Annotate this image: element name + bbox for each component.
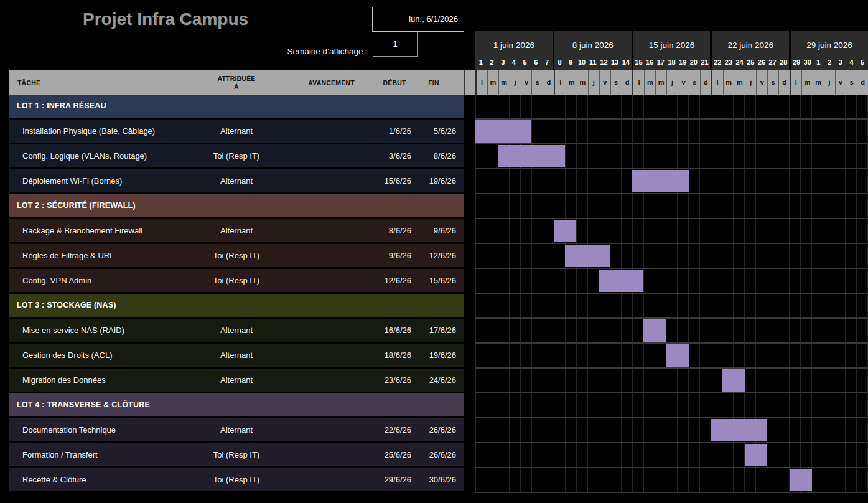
gantt-day-cell	[532, 244, 543, 268]
progress-cell[interactable]	[268, 319, 378, 342]
start-date-cell[interactable]: 29/6/26	[378, 468, 411, 491]
lot-section-row[interactable]: LOT 4 : TRANSVERSE & CLÔTURE	[9, 393, 464, 418]
gantt-day-cell	[498, 344, 510, 367]
assigned-cell[interactable]: Alternant	[205, 418, 268, 441]
gantt-day-cell	[790, 294, 801, 317]
gantt-day-cell	[846, 95, 857, 118]
assigned-cell[interactable]: Alternant	[205, 319, 268, 342]
start-date-cell[interactable]: 23/6/26	[378, 369, 411, 392]
timeline-day-letter: s	[767, 70, 778, 95]
progress-cell[interactable]	[268, 369, 378, 392]
progress-cell[interactable]	[268, 344, 378, 367]
end-date-cell[interactable]: 30/6/26	[411, 468, 456, 491]
gantt-day-cell	[588, 319, 599, 342]
start-date-cell[interactable]: 12/6/26	[378, 269, 411, 292]
start-date-cell[interactable]: 15/6/26	[378, 169, 411, 192]
gantt-day-cell	[588, 95, 599, 118]
gantt-day-cell	[778, 169, 790, 193]
assigned-cell[interactable]: Alternant	[205, 169, 268, 192]
gantt-day-cell	[666, 319, 678, 342]
progress-cell[interactable]	[268, 144, 378, 167]
end-date-cell[interactable]: 8/6/26	[411, 144, 456, 167]
progress-cell[interactable]	[268, 219, 378, 242]
task-name-cell[interactable]: Formation / Transfert	[9, 443, 205, 466]
progress-cell[interactable]	[268, 244, 378, 267]
gantt-day-cell	[566, 95, 577, 118]
end-date-cell[interactable]: 9/6/26	[411, 219, 456, 242]
gantt-day-cell	[823, 319, 834, 342]
gantt-day-cell	[599, 393, 610, 417]
project-start-date-cell[interactable]: lun., 6/1/2026	[372, 7, 464, 32]
gantt-day-cell	[532, 418, 543, 442]
task-name-cell[interactable]: Déploiement Wi-Fi (Bornes)	[9, 169, 205, 192]
task-name-cell[interactable]: Rackage & Branchement Firewall	[9, 219, 205, 242]
gantt-day-cell	[610, 344, 622, 367]
gantt-day-cell	[610, 319, 622, 342]
gantt-day-cell	[532, 95, 543, 118]
task-name-cell[interactable]: Config. VPN Admin	[9, 269, 205, 292]
task-name-cell[interactable]: Config. Logique (VLANs, Routage)	[9, 144, 205, 167]
task-name-cell[interactable]: Mise en service NAS (RAID)	[9, 319, 205, 342]
progress-cell[interactable]	[268, 418, 378, 441]
start-date-cell[interactable]: 22/6/26	[378, 418, 411, 441]
progress-cell[interactable]	[268, 169, 378, 192]
task-name-cell[interactable]: Recette & Clôture	[9, 468, 205, 491]
timeline-week-label: 8 juin 2026	[554, 31, 632, 57]
assigned-cell[interactable]: Toi (Resp IT)	[205, 244, 268, 267]
lot-section-row[interactable]: LOT 2 : SÉCURITÉ (FIREWALL)	[9, 194, 464, 219]
gantt-day-cell	[734, 95, 745, 118]
assigned-cell[interactable]: Alternant	[205, 219, 268, 242]
end-date-cell[interactable]: 5/6/26	[411, 120, 456, 143]
assigned-cell[interactable]: Alternant	[205, 120, 268, 143]
task-name-cell[interactable]: Migration des Données	[9, 369, 205, 392]
task-name-cell[interactable]: Règles de Filtrage & URL	[9, 244, 205, 267]
end-date-cell[interactable]: 17/6/26	[411, 319, 456, 342]
start-date-cell[interactable]: 3/6/26	[378, 144, 411, 167]
gantt-grid[interactable]	[475, 95, 868, 493]
assigned-cell[interactable]: Alternant	[205, 344, 268, 367]
lot-section-row[interactable]: LOT 3 : STOCKAGE (NAS)	[9, 294, 464, 319]
progress-cell[interactable]	[268, 468, 378, 491]
progress-cell[interactable]	[268, 443, 378, 466]
task-name-cell[interactable]: Gestion des Droits (ACL)	[9, 344, 205, 367]
task-name-cell[interactable]: Installation Physique (Baie, Câblage)	[9, 120, 205, 143]
gantt-day-cell	[711, 294, 722, 317]
gantt-day-cell	[633, 120, 644, 143]
start-date-cell[interactable]: 8/6/26	[378, 219, 411, 242]
gantt-day-cell	[778, 319, 790, 342]
gantt-day-cell	[700, 95, 711, 118]
gantt-day-cell	[711, 144, 722, 168]
end-date-cell[interactable]: 24/6/26	[411, 369, 456, 392]
assigned-cell[interactable]: Toi (Resp IT)	[205, 269, 268, 292]
assigned-cell[interactable]: Toi (Resp IT)	[205, 144, 268, 167]
end-date-cell[interactable]: 15/6/26	[411, 269, 456, 292]
assigned-cell[interactable]: Toi (Resp IT)	[205, 468, 268, 491]
end-date-cell[interactable]: 12/6/26	[411, 244, 456, 267]
end-date-cell[interactable]: 26/6/26	[411, 443, 456, 466]
gantt-row	[475, 219, 868, 244]
end-date-cell[interactable]: 19/6/26	[411, 169, 456, 192]
lot-section-row[interactable]: LOT 1 : INFRA RÉSEAU	[9, 95, 464, 120]
end-date-cell[interactable]: 26/6/26	[411, 418, 456, 441]
start-date-cell[interactable]: 18/6/26	[378, 344, 411, 367]
assigned-cell[interactable]: Alternant	[205, 369, 268, 392]
gantt-day-cell	[554, 194, 566, 218]
gantt-day-cell	[487, 169, 498, 193]
gantt-day-cell	[711, 269, 722, 293]
gantt-day-cell	[790, 219, 801, 243]
start-date-cell[interactable]: 9/6/26	[378, 244, 411, 267]
task-name-cell[interactable]: Documentation Technique	[9, 418, 205, 441]
progress-cell[interactable]	[268, 269, 378, 292]
gantt-day-cell	[475, 418, 487, 442]
gantt-day-cell	[689, 120, 700, 143]
week-display-input[interactable]: 1	[373, 32, 418, 57]
assigned-cell[interactable]: Toi (Resp IT)	[205, 443, 268, 466]
gantt-day-cell	[846, 393, 857, 417]
gantt-day-cell	[778, 344, 790, 367]
progress-cell[interactable]	[268, 120, 378, 143]
start-date-cell[interactable]: 25/6/26	[378, 443, 411, 466]
start-date-cell[interactable]: 16/6/26	[378, 319, 411, 342]
start-date-cell[interactable]: 1/6/26	[378, 120, 411, 143]
end-date-cell[interactable]: 19/6/26	[411, 344, 456, 367]
page-title: Projet Infra Campus	[83, 9, 248, 29]
